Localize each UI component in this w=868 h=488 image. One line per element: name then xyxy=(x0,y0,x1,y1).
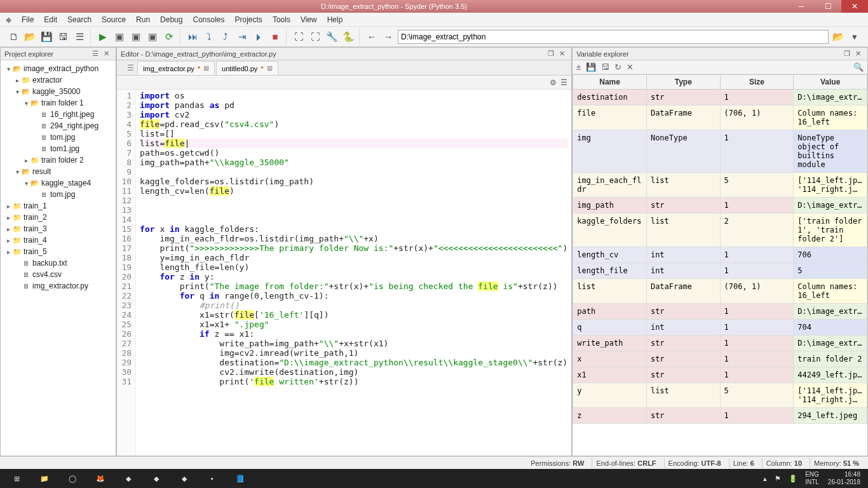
tray-up-icon[interactable]: ▴ xyxy=(759,475,771,483)
editor-tab[interactable]: untitled0.py*⊠ xyxy=(216,61,278,75)
tray-flag-icon[interactable]: ⚑ xyxy=(771,475,785,483)
run-cell-advance-icon[interactable]: ▣ xyxy=(129,30,143,44)
tree-item[interactable]: ▸train_3 xyxy=(2,223,114,234)
code-editor[interactable]: 1 2 3 4 5 6 7 8 9 10 11 12 13 14 15 16 1… xyxy=(117,90,571,456)
col-type[interactable]: Type xyxy=(646,75,720,90)
editor-menu-icon[interactable]: ☰ xyxy=(560,78,567,87)
tree-item[interactable]: ▾train folder 1 xyxy=(2,97,114,109)
tree-item[interactable]: ▾kaggle_35000 xyxy=(2,86,114,97)
var-search-icon[interactable]: 🔍 xyxy=(853,62,864,72)
tree-item[interactable]: ▾image_extract_python xyxy=(2,63,114,74)
task-chrome-icon[interactable]: ◯ xyxy=(58,470,86,487)
working-dir-input[interactable] xyxy=(398,30,829,44)
var-save-icon[interactable]: 💾 xyxy=(586,62,596,72)
task-app1-icon[interactable]: ◆ xyxy=(114,470,142,487)
tree-item[interactable]: ▸train_4 xyxy=(2,234,114,246)
tree-item[interactable]: ▸train_1 xyxy=(2,200,114,212)
debug-step-icon[interactable]: ⏭ xyxy=(186,30,200,44)
tree-item[interactable]: tom.jpg xyxy=(2,132,114,143)
task-spyder-icon[interactable]: ◆ xyxy=(170,470,198,487)
save-icon[interactable]: 💾 xyxy=(39,30,53,44)
rerun-icon[interactable]: ⟳ xyxy=(162,30,176,44)
editor-undock-icon[interactable]: ❐ xyxy=(545,50,557,58)
tree-item[interactable]: backup.txt xyxy=(2,257,114,269)
var-delete-icon[interactable]: ✕ xyxy=(627,62,634,72)
menu-consoles[interactable]: Consoles xyxy=(187,14,229,25)
variable-row[interactable]: write_pathstr1D:\image_extract_python\ka… xyxy=(573,336,867,351)
tree-item[interactable]: tom.jpg xyxy=(2,189,114,200)
tab-list-icon[interactable]: ☰ xyxy=(123,61,137,75)
open-file-icon[interactable]: 📂 xyxy=(23,30,37,44)
variable-row[interactable]: zstr1294_left.jpeg xyxy=(573,408,867,424)
task-cmd-icon[interactable]: ▪ xyxy=(198,470,226,487)
tree-item[interactable]: ▸train_5 xyxy=(2,246,114,257)
menu-file[interactable]: File xyxy=(17,14,39,25)
var-close-icon[interactable]: ✕ xyxy=(853,50,864,58)
var-undock-icon[interactable]: ❐ xyxy=(841,50,853,58)
debug-continue-icon[interactable]: ⏵ xyxy=(252,30,266,44)
task-notepad-icon[interactable]: 📘 xyxy=(226,470,254,487)
task-firefox-icon[interactable]: 🦊 xyxy=(86,470,114,487)
col-value[interactable]: Value xyxy=(794,75,867,90)
menu-source[interactable]: Source xyxy=(97,14,131,25)
menu-help[interactable]: Help xyxy=(322,14,348,25)
debug-out-icon[interactable]: ⇥ xyxy=(235,30,249,44)
python-path-icon[interactable]: 🐍 xyxy=(341,30,355,44)
menu-projects[interactable]: Projects xyxy=(230,14,268,25)
editor-close-icon[interactable]: ✕ xyxy=(557,50,567,58)
parent-dir-icon[interactable]: ▾ xyxy=(848,30,862,44)
variable-table[interactable]: Name Type Size Value destinationstr1D:\i… xyxy=(573,74,867,424)
variable-row[interactable]: kaggle_folderslist2['train folder 1', 't… xyxy=(573,214,867,247)
tree-item[interactable]: 294_right.jpeg xyxy=(2,120,114,132)
menu-run[interactable]: Run xyxy=(131,14,155,25)
run-cell-icon[interactable]: ▣ xyxy=(112,30,126,44)
variable-row[interactable]: length_cvint1706 xyxy=(573,247,867,263)
menu-view[interactable]: View xyxy=(295,14,322,25)
run-icon[interactable]: ▶ xyxy=(96,30,110,44)
menu-search[interactable]: Search xyxy=(62,14,97,25)
nav-fwd-icon[interactable]: → xyxy=(381,30,395,44)
tree-item[interactable]: ▸extractor xyxy=(2,74,114,86)
save-all-icon[interactable]: 🖫 xyxy=(56,30,70,44)
tree-item[interactable]: 16_right.jpeg xyxy=(2,109,114,120)
variable-row[interactable]: img_in_each_fldrlist5['114_left.jpeg', '… xyxy=(573,173,867,198)
pane-options-icon[interactable]: ☰ xyxy=(90,50,101,58)
start-button[interactable]: ⊞ xyxy=(3,470,31,487)
var-saveall-icon[interactable]: 🖫 xyxy=(601,62,609,72)
debug-over-icon[interactable]: ⤴ xyxy=(219,30,233,44)
variable-row[interactable]: imgNoneType1NoneType object of builtins … xyxy=(573,130,867,173)
debug-into-icon[interactable]: ⤵ xyxy=(202,30,216,44)
browse-dir-icon[interactable]: 📂 xyxy=(831,30,845,44)
tree-item[interactable]: img_extractor.py xyxy=(2,280,114,292)
tree-item[interactable]: tom1.jpg xyxy=(2,143,114,154)
col-name[interactable]: Name xyxy=(573,75,647,90)
variable-row[interactable]: x1str144249_left.jpeg xyxy=(573,367,867,383)
minimize-button[interactable]: ─ xyxy=(788,0,815,13)
editor-tab[interactable]: img_extractor.py*⊠ xyxy=(137,61,215,75)
variable-row[interactable]: length_fileint15 xyxy=(573,263,867,279)
tree-item[interactable]: ▾result xyxy=(2,166,114,177)
maximize-button[interactable]: ☐ xyxy=(815,0,841,13)
nav-back-icon[interactable]: ← xyxy=(365,30,379,44)
taskbar-clock[interactable]: 16:4826-01-2018 xyxy=(823,471,865,486)
menu-tools[interactable]: Tools xyxy=(268,14,295,25)
tray-battery-icon[interactable]: 🔋 xyxy=(785,475,801,483)
tree-item[interactable]: csv4.csv xyxy=(2,269,114,280)
close-button[interactable]: ✕ xyxy=(841,0,868,13)
menu-debug[interactable]: Debug xyxy=(155,14,187,25)
variable-row[interactable]: ylist5['114_left.jpeg', '114_right.j… xyxy=(573,383,867,408)
variable-row[interactable]: qint1704 xyxy=(573,320,867,336)
col-size[interactable]: Size xyxy=(720,75,794,90)
task-app2-icon[interactable]: ◆ xyxy=(142,470,170,487)
debug-stop-icon[interactable]: ■ xyxy=(268,30,282,44)
variable-row[interactable]: xstr1train folder 2 xyxy=(573,351,867,367)
tree-item[interactable]: ▾kaggle_stage4 xyxy=(2,177,114,189)
windows-taskbar[interactable]: ⊞ 📁 ◯ 🦊 ◆ ◆ ◆ ▪ 📘 ▴ ⚑ 🔋 ENGINTL 16:4826-… xyxy=(0,469,868,488)
variable-row[interactable]: destinationstr1D:\image_extract_python\r… xyxy=(573,90,867,105)
menu-edit[interactable]: Edit xyxy=(39,14,62,25)
list-icon[interactable]: ☰ xyxy=(72,30,86,44)
maximize-pane-icon[interactable]: ⛶ xyxy=(292,30,306,44)
variable-row[interactable]: listDataFrame(706, 1)Column names: 16_le… xyxy=(573,279,867,304)
run-selection-icon[interactable]: ▣ xyxy=(146,30,159,44)
tab-close-icon[interactable]: ⊠ xyxy=(203,64,209,72)
